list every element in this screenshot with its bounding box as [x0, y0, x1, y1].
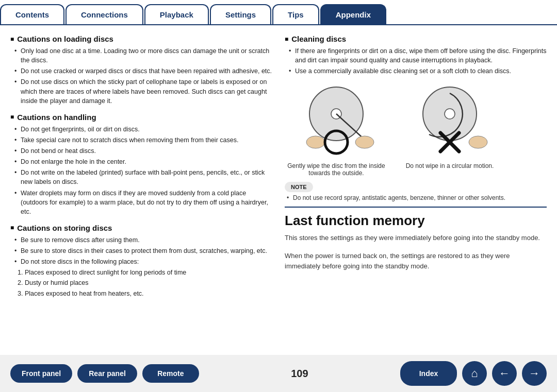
section-storing-title: Cautions on storing discs [10, 224, 272, 232]
left-column: Cautions on loading discs Only load one … [10, 35, 272, 343]
section-loading-title: Cautions on loading discs [10, 35, 272, 43]
last-function-p1: This stores the settings as they were im… [285, 233, 547, 243]
section-storing: Cautions on storing discs Be sure to rem… [10, 224, 272, 298]
list-item: Be sure to store discs in their cases to… [14, 246, 272, 255]
tab-playback[interactable]: Playback [144, 4, 209, 24]
svg-point-2 [355, 136, 374, 148]
list-item: Do not get fingerprints, oil or dirt on … [14, 125, 272, 134]
main-content: Cautions on loading discs Only load one … [0, 25, 557, 348]
handling-bullets: Do not get fingerprints, oil or dirt on … [10, 125, 272, 216]
disc-no-caption: Do not wipe in a circular motion. [406, 162, 494, 169]
last-function-title: Last function memory [285, 213, 547, 229]
tab-connections[interactable]: Connections [65, 4, 143, 24]
rear-panel-button[interactable]: Rear panel [77, 364, 137, 383]
tab-appendix[interactable]: Appendix [320, 4, 386, 24]
section-loading: Cautions on loading discs Only load one … [10, 35, 272, 106]
list-item: 2. Dusty or humid places [18, 278, 272, 287]
section-cleaning-title: Cleaning discs [285, 35, 547, 43]
disc-illustrations: Gently wipe the disc from the inside tow… [285, 83, 547, 177]
svg-point-6 [445, 109, 455, 119]
svg-point-3 [306, 136, 325, 148]
list-item: Do not bend or heat discs. [14, 146, 272, 156]
note-text: Do not use record spray, antistatic agen… [285, 194, 547, 201]
storing-ordered: 1. Places exposed to direct sunlight for… [10, 268, 272, 298]
tab-contents[interactable]: Contents [0, 4, 64, 24]
note-bullet: Do not use record spray, antistatic agen… [287, 194, 547, 201]
last-function-p2: When the power is turned back on, the se… [285, 251, 547, 271]
disc-svg-ok [285, 83, 388, 160]
list-item: 1. Places exposed to direct sunlight for… [18, 268, 272, 277]
list-item: Use a commercially available disc cleani… [289, 66, 547, 76]
remote-button[interactable]: Remote [142, 364, 199, 383]
disc-figure-ok: Gently wipe the disc from the inside tow… [285, 83, 388, 177]
disc-figure-no: Do not wipe in a circular motion. [398, 83, 501, 169]
section-handling: Cautions on handling Do not get fingerpr… [10, 113, 272, 216]
disc-ok-caption: Gently wipe the disc from the inside tow… [285, 162, 388, 177]
loading-bullets: Only load one disc at a time. Loading tw… [10, 46, 272, 106]
list-item: Be sure to remove discs after using them… [14, 235, 272, 245]
list-item: Water droplets may form on discs if they… [14, 189, 272, 216]
section-cleaning: Cleaning discs If there are fingerprints… [285, 35, 547, 76]
svg-point-7 [469, 136, 487, 148]
list-item: Do not enlarge the hole in the center. [14, 157, 272, 166]
list-item: Do not write on the labeled (printed) su… [14, 168, 272, 186]
bottom-nav-buttons: Front panel Rear panel Remote [10, 364, 199, 383]
tab-settings[interactable]: Settings [210, 4, 271, 24]
page-number: 109 [291, 368, 308, 380]
forward-button[interactable]: → [522, 361, 547, 386]
last-function-section: Last function memory This stores the set… [285, 207, 547, 271]
list-item: Do not use discs on which the sticky par… [14, 77, 272, 105]
right-column: Cleaning discs If there are fingerprints… [285, 35, 547, 343]
list-item: If there are fingerprints or dirt on a d… [289, 46, 547, 65]
disc-svg-no [398, 83, 501, 160]
list-item: Only load one disc at a time. Loading tw… [14, 46, 272, 65]
list-item: Do not use cracked or warped discs or di… [14, 66, 272, 76]
storing-bullets: Be sure to remove discs after using them… [10, 235, 272, 266]
section-handling-title: Cautions on handling [10, 113, 272, 122]
bottom-right-buttons: Index ⌂ ← → [400, 361, 547, 386]
tab-bar: Contents Connections Playback Settings T… [0, 0, 557, 25]
bottom-bar: Front panel Rear panel Remote 109 Index … [0, 355, 557, 392]
back-button[interactable]: ← [492, 361, 517, 386]
index-button[interactable]: Index [400, 361, 457, 386]
list-item: Take special care not to scratch discs w… [14, 135, 272, 145]
list-item: Do not store discs in the following plac… [14, 257, 272, 266]
home-button[interactable]: ⌂ [462, 361, 487, 386]
tab-tips[interactable]: Tips [272, 4, 319, 24]
note-section: NOTE Do not use record spray, antistatic… [285, 182, 547, 201]
cleaning-bullets: If there are fingerprints or dirt on a d… [285, 46, 547, 76]
note-label: NOTE [285, 182, 313, 192]
list-item: 3. Places exposed to heat from heaters, … [18, 289, 272, 298]
front-panel-button[interactable]: Front panel [10, 364, 72, 383]
